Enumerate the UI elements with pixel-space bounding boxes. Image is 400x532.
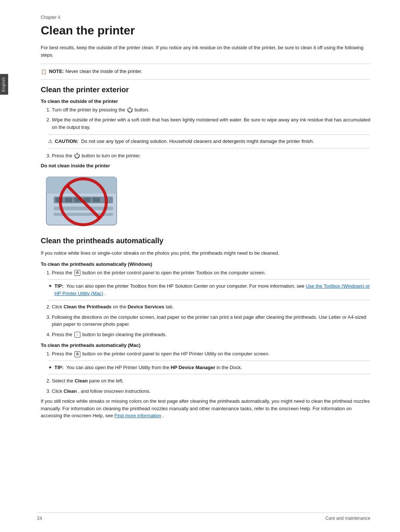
section1-title: Clean the printer exterior <box>41 86 370 94</box>
win-step-3: Following the directions on the computer… <box>52 314 370 328</box>
clean-printheads-bold: Clean the Printheads <box>64 304 111 310</box>
printer-btn-icon-1: ⎙ <box>74 270 80 276</box>
divider-2 <box>41 79 370 80</box>
subsection1-heading: To clean the outside of the printer <box>41 98 370 104</box>
closing-text: If you still notice white streaks or mis… <box>41 398 370 418</box>
sun-tip-icon-2: ✦ <box>48 364 52 371</box>
tip-text-mac-1: You can also open the HP Printer Utility… <box>66 365 171 370</box>
mac-step-2: Select the Clean pane on the left. <box>52 377 370 385</box>
caution-content: CAUTION: Do not use any type of cleaning… <box>55 138 314 145</box>
tip-content-windows: TIP: You can also open the printer Toolb… <box>54 282 370 297</box>
power-icon-1 <box>127 107 133 113</box>
steps-list-1b: Press the button to turn on the printer. <box>52 152 370 160</box>
sun-tip-icon-1: ✦ <box>48 282 52 290</box>
tip-label-1: TIP: <box>54 283 64 289</box>
image-section: Do not clean inside the printer <box>41 163 370 231</box>
win-step-1: Press the ⎙ button on the printer contro… <box>52 269 370 277</box>
section2-title: Clean the printheads automatically <box>41 237 370 245</box>
caution-box: ⚠ CAUTION: Do not use any type of cleani… <box>48 134 370 148</box>
closing-paragraph: If you still notice white streaks or mis… <box>41 398 370 419</box>
tip-box-mac: ✦ TIP: You can also open the HP Printer … <box>48 361 370 375</box>
tip-text-mac-2: in the Dock. <box>217 365 242 370</box>
step-1-2: Wipe the outside of the printer with a s… <box>52 116 370 131</box>
svg-rect-4 <box>65 198 72 202</box>
mac-steps-2: Select the Clean pane on the left. Click… <box>52 377 370 395</box>
power-icon-2 <box>74 153 80 158</box>
clean-bold-2: Clean <box>64 388 77 394</box>
page-container: English Chapter 4 Clean the printer For … <box>0 0 400 532</box>
footer-page-number: 24 <box>37 516 42 521</box>
note-text: Never clean the inside of the printer. <box>65 68 142 75</box>
printer-illustration <box>44 171 122 231</box>
device-services-bold: Device Services <box>127 304 164 310</box>
note-label: NOTE: <box>49 68 64 75</box>
closing-end: . <box>163 413 164 418</box>
caution-triangle-icon: ⚠ <box>48 138 53 145</box>
image-caption: Do not clean inside the printer <box>41 163 370 168</box>
mac-step-1: Press the ⎙ button on the printer contro… <box>52 350 370 358</box>
note-box: 📋 NOTE: Never clean the inside of the pr… <box>41 68 370 76</box>
section2-intro: If you notice white lines or single-colo… <box>41 250 370 257</box>
tip-text-1: You can also open the printer Toolbox fr… <box>66 283 306 289</box>
divider-1 <box>41 64 370 64</box>
note-icon: 📋 <box>41 68 47 76</box>
win-step-2: Click Clean the Printheads on the Device… <box>52 303 370 311</box>
sidebar-label: English <box>0 74 8 95</box>
windows-steps: Press the ⎙ button on the printer contro… <box>52 269 370 277</box>
caution-text: Do not use any type of cleaning solution… <box>81 138 314 144</box>
subsection-mac-heading: To clean the printheads automatically (M… <box>41 342 370 348</box>
printer-btn-icon-3: ⎙ <box>74 351 80 357</box>
subsection-windows-heading: To clean the printheads automatically (W… <box>41 261 370 267</box>
intro-text: For best results, keep the outside of th… <box>41 44 370 58</box>
clean-bold-1: Clean <box>74 378 87 384</box>
step-1-3: Press the button to turn on the printer. <box>52 152 370 160</box>
tip-label-2: TIP: <box>54 365 64 370</box>
win-step-4: Press the ↓ button to begin cleaning the… <box>52 331 370 338</box>
mac-step-3: Click Clean , and follow onscreen instru… <box>52 388 370 395</box>
steps-list-1: Turn off the printer by pressing the but… <box>52 106 370 131</box>
printer-svg <box>44 171 122 232</box>
caution-label: CAUTION: <box>55 138 79 144</box>
svg-rect-7 <box>93 198 100 202</box>
mac-steps: Press the ⎙ button on the printer contro… <box>52 350 370 358</box>
footer-section: Care and maintenance <box>326 516 370 521</box>
tip-content-mac: TIP: You can also open the HP Printer Ut… <box>54 364 242 371</box>
tip-box-windows: ✦ TIP: You can also open the printer Too… <box>48 279 370 300</box>
footer: 24 Care and maintenance <box>37 512 370 521</box>
step-1-1: Turn off the printer by pressing the but… <box>52 106 370 114</box>
tip-text-1b: . <box>105 291 106 296</box>
windows-steps-2: Click Clean the Printheads on the Device… <box>52 303 370 338</box>
printer-btn-icon-2: ↓ <box>74 332 80 338</box>
chapter-label: Chapter 4 <box>41 15 370 20</box>
hp-device-manager-bold: HP Device Manager <box>171 365 215 370</box>
page-title: Clean the printer <box>41 24 370 37</box>
find-more-info-link[interactable]: Find more information <box>114 413 161 418</box>
